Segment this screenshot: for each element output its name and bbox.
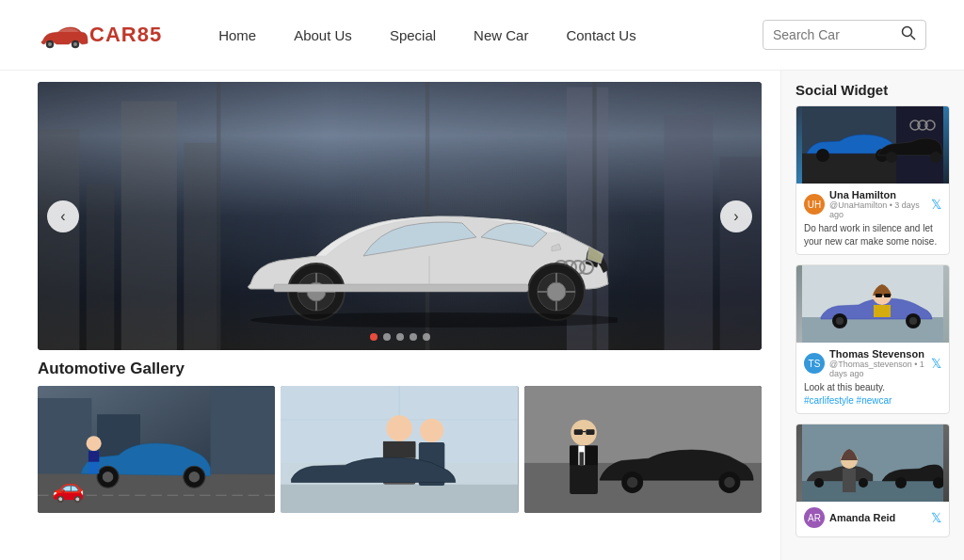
svg-rect-10	[664, 115, 713, 350]
chevron-right-icon: ›	[733, 208, 738, 225]
twitter-icon-1: 𝕏	[931, 197, 941, 212]
svg-point-107	[814, 478, 824, 488]
svg-point-59	[387, 415, 413, 441]
content-left: ‹ › Automotive Gallery	[0, 71, 780, 560]
nav-special[interactable]: Special	[390, 27, 436, 43]
carousel-dot-4[interactable]	[410, 333, 417, 341]
svg-rect-7	[87, 184, 115, 350]
gallery-item-1[interactable]	[38, 386, 275, 513]
tweet-3-name: Amanda Reid	[829, 512, 926, 523]
nav-about[interactable]: About Us	[294, 27, 352, 43]
sidebar: Social Widget	[780, 71, 964, 560]
gallery-grid	[38, 386, 762, 513]
carousel-dots	[370, 333, 430, 341]
gallery-image-1-icon	[38, 386, 275, 513]
svg-point-86	[816, 149, 829, 162]
svg-point-97	[836, 317, 844, 325]
svg-rect-43	[38, 398, 91, 473]
svg-rect-101	[874, 305, 891, 317]
tweet-2-hashtag[interactable]: #carlifestyle #newcar	[804, 395, 892, 406]
search-box	[763, 20, 926, 50]
svg-rect-52	[88, 451, 99, 461]
svg-rect-79	[579, 452, 584, 465]
svg-point-3	[73, 42, 77, 46]
svg-point-109	[895, 477, 907, 488]
tweet-3-user: AR Amanda Reid 𝕏	[804, 507, 941, 528]
search-button[interactable]	[901, 25, 916, 44]
tweet-1-user-info: Una Hamilton @UnaHamilton • 3 days ago	[829, 189, 926, 219]
audi-social-icon	[802, 106, 943, 184]
street-social-icon	[802, 424, 943, 502]
tweet-1-handle: @UnaHamilton • 3 days ago	[829, 200, 926, 219]
tweet-1-user: UH Una Hamilton @UnaHamilton • 3 days ag…	[804, 189, 941, 219]
tweet-2-name: Thomas Stevenson	[829, 348, 926, 360]
svg-point-39	[250, 312, 618, 328]
svg-point-74	[724, 477, 734, 488]
gallery-item-3[interactable]	[524, 386, 762, 513]
carousel-dot-1[interactable]	[370, 333, 378, 341]
search-icon	[901, 25, 916, 40]
svg-point-1	[48, 42, 52, 46]
svg-point-50	[87, 436, 102, 451]
main-nav: Home About Us Special New Car Contact Us	[218, 27, 763, 43]
social-card-image-2	[796, 265, 949, 343]
svg-point-89	[930, 152, 941, 163]
svg-rect-11	[720, 157, 762, 350]
carousel-next-button[interactable]: ›	[720, 200, 752, 232]
twitter-icon-2: 𝕏	[931, 356, 941, 371]
logo[interactable]: CAR85	[38, 21, 162, 49]
convertible-social-icon	[802, 265, 943, 343]
svg-rect-37	[274, 284, 528, 292]
tweet-2-text: Look at this beauty. #carlifestyle #newc…	[804, 381, 941, 408]
carousel-prev-button[interactable]: ‹	[47, 200, 79, 232]
tweet-3-user-info: Amanda Reid	[829, 512, 926, 523]
svg-point-108	[859, 478, 868, 488]
svg-rect-80	[573, 429, 582, 435]
svg-line-5	[911, 36, 916, 40]
svg-rect-45	[211, 388, 276, 474]
svg-point-4	[903, 27, 912, 37]
svg-point-25	[547, 282, 566, 301]
chevron-left-icon: ‹	[60, 208, 65, 225]
svg-rect-9	[184, 143, 218, 350]
social-card-3: AR Amanda Reid 𝕏	[795, 424, 950, 537]
tweet-2-user-info: Thomas Stevenson @Thomas_stevenson • 1 d…	[829, 348, 926, 378]
svg-point-88	[886, 152, 897, 163]
tweet-2-handle: @Thomas_stevenson • 1 days ago	[829, 360, 926, 378]
avatar-amanda: AR	[804, 507, 825, 528]
gallery-image-3-icon	[524, 386, 762, 513]
nav-contact[interactable]: Contact Us	[566, 27, 635, 43]
avatar-thomas: TS	[804, 353, 825, 374]
svg-rect-6	[38, 129, 79, 350]
gallery-title: Automotive Gallery	[38, 360, 762, 378]
gallery-image-2-icon	[281, 386, 518, 513]
twitter-icon-3: 𝕏	[931, 510, 941, 525]
svg-rect-112	[843, 469, 856, 492]
social-card-3-body: AR Amanda Reid 𝕏	[796, 502, 949, 536]
social-card-1: UH Una Hamilton @UnaHamilton • 3 days ag…	[795, 105, 950, 255]
nav-home[interactable]: Home	[218, 27, 256, 43]
svg-point-99	[909, 317, 917, 325]
search-input[interactable]	[773, 27, 895, 42]
carousel-dot-3[interactable]	[396, 333, 404, 341]
car-main-icon	[222, 162, 618, 331]
gallery-item-2[interactable]	[281, 386, 518, 513]
carousel-dot-5[interactable]	[423, 333, 430, 341]
svg-point-62	[420, 419, 443, 442]
logo-text: CAR85	[89, 23, 162, 47]
carousel: ‹ ›	[38, 82, 762, 350]
svg-rect-55	[281, 485, 518, 513]
logo-car-icon	[38, 21, 89, 49]
tweet-2-user: TS Thomas Stevenson @Thomas_stevenson • …	[804, 348, 941, 378]
header: CAR85 Home About Us Special New Car Cont…	[0, 0, 964, 71]
social-widget-title: Social Widget	[795, 82, 950, 98]
social-card-image-3	[796, 424, 949, 502]
social-card-2-body: TS Thomas Stevenson @Thomas_stevenson • …	[796, 343, 949, 413]
svg-point-72	[627, 477, 637, 488]
carousel-dot-2[interactable]	[383, 333, 391, 341]
svg-rect-41	[38, 473, 275, 513]
main-content: ‹ › Automotive Gallery	[0, 71, 964, 560]
nav-newcar[interactable]: New Car	[474, 27, 528, 43]
social-card-image-1	[796, 106, 949, 184]
svg-rect-103	[884, 294, 891, 297]
